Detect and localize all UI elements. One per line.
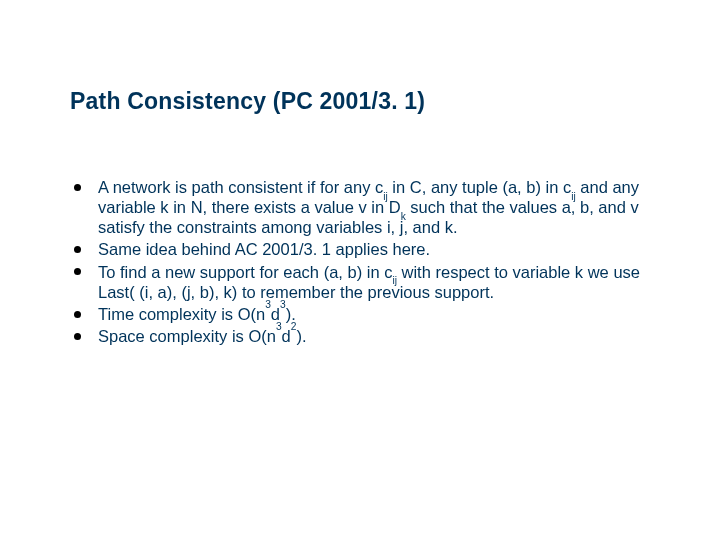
bullet-item: Space complexity is O(n3d2). [70, 326, 642, 346]
bullet-text: Time complexity is O(n3d3). [98, 305, 296, 323]
bullet-text: Same idea behind AC 2001/3. 1 applies he… [98, 240, 430, 258]
bullet-item: Time complexity is O(n3d3). [70, 304, 642, 324]
bullet-text: To find a new support for each (a, b) in… [98, 263, 640, 301]
bullet-text: Space complexity is O(n3d2). [98, 327, 307, 345]
bullet-text: A network is path consistent if for any … [98, 178, 639, 236]
slide-title: Path Consistency (PC 2001/3. 1) [70, 88, 650, 115]
bullet-list: A network is path consistent if for any … [70, 177, 650, 346]
bullet-item: To find a new support for each (a, b) in… [70, 262, 642, 302]
slide: Path Consistency (PC 2001/3. 1) A networ… [0, 0, 720, 540]
bullet-item: Same idea behind AC 2001/3. 1 applies he… [70, 239, 642, 259]
bullet-item: A network is path consistent if for any … [70, 177, 642, 237]
